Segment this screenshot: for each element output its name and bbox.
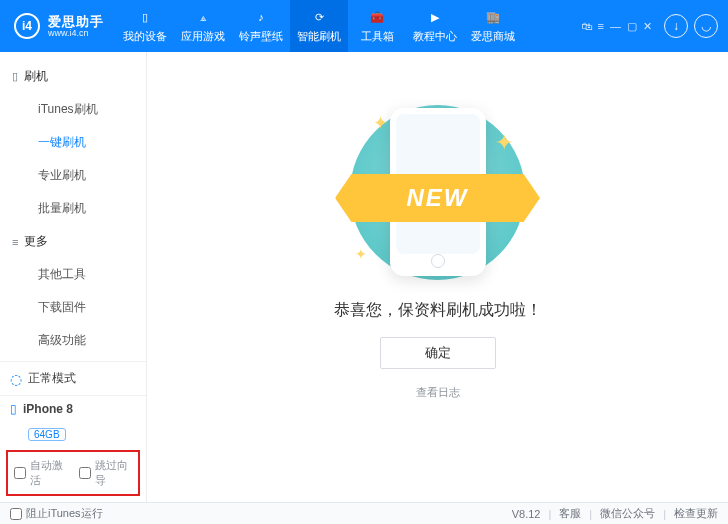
menu-icon[interactable]: ≡ — [598, 20, 604, 33]
nav-label: 工具箱 — [361, 29, 394, 44]
brand-block: i4 爱思助手 www.i4.cn — [0, 13, 116, 39]
sidebar-group-label: 更多 — [24, 233, 48, 250]
nav-item-1[interactable]: ⟁应用游戏 — [174, 0, 232, 52]
nav-label: 爱思商城 — [471, 29, 515, 44]
success-illustration: ✦ ✦ ✦ NEW — [343, 102, 533, 282]
sidebar-group-flash[interactable]: ▯ 刷机 — [0, 60, 146, 93]
nav-label: 智能刷机 — [297, 29, 341, 44]
close-icon[interactable]: ✕ — [643, 20, 652, 33]
success-title: 恭喜您，保资料刷机成功啦！ — [334, 300, 542, 321]
wechat-link[interactable]: 微信公众号 — [600, 506, 655, 521]
logo-icon: i4 — [14, 13, 40, 39]
nav-label: 我的设备 — [123, 29, 167, 44]
status-mode-row[interactable]: ◌ 正常模式 — [0, 361, 146, 395]
ok-button[interactable]: 确定 — [380, 337, 496, 369]
nav-icon-4: 🧰 — [368, 8, 386, 26]
sidebar-item[interactable]: 一键刷机 — [0, 126, 146, 159]
skip-guide-checkbox[interactable]: 跳过向导 — [79, 458, 132, 488]
status-dot-icon: ◌ — [10, 371, 22, 387]
maximize-icon[interactable]: ▢ — [627, 20, 637, 33]
nav-item-4[interactable]: 🧰工具箱 — [348, 0, 406, 52]
support-link[interactable]: 客服 — [559, 506, 581, 521]
storage-badge: 64GB — [28, 428, 66, 441]
view-log-link[interactable]: 查看日志 — [416, 385, 460, 400]
device-name: iPhone 8 — [23, 402, 73, 416]
nav-item-2[interactable]: ♪铃声壁纸 — [232, 0, 290, 52]
nav-item-3[interactable]: ⟳智能刷机 — [290, 0, 348, 52]
nav-icon-6: 🏬 — [484, 8, 502, 26]
sidebar-item[interactable]: 其他工具 — [0, 258, 146, 291]
device-icon: ▯ — [10, 402, 17, 416]
nav-icon-5: ▶ — [426, 8, 444, 26]
brand-name: 爱思助手 — [48, 15, 104, 28]
phone-icon: ▯ — [12, 70, 18, 83]
block-itunes-checkbox[interactable]: 阻止iTunes运行 — [10, 506, 103, 521]
nav-label: 铃声壁纸 — [239, 29, 283, 44]
bottom-options-box: 自动激活 跳过向导 — [6, 450, 140, 496]
auto-activate-checkbox[interactable]: 自动激活 — [14, 458, 67, 488]
nav-icon-2: ♪ — [252, 8, 270, 26]
version-label: V8.12 — [512, 508, 541, 520]
nav-label: 教程中心 — [413, 29, 457, 44]
user-circle-icon[interactable]: ◡ — [694, 14, 718, 38]
sidebar-item[interactable]: iTunes刷机 — [0, 93, 146, 126]
nav-item-0[interactable]: ▯我的设备 — [116, 0, 174, 52]
nav-icon-0: ▯ — [136, 8, 154, 26]
sidebar-item[interactable]: 批量刷机 — [0, 192, 146, 225]
menu-lines-icon: ≡ — [12, 236, 18, 248]
nav-icon-3: ⟳ — [310, 8, 328, 26]
sidebar-group-label: 刷机 — [24, 68, 48, 85]
nav-item-5[interactable]: ▶教程中心 — [406, 0, 464, 52]
nav-label: 应用游戏 — [181, 29, 225, 44]
nav-icon-1: ⟁ — [194, 8, 212, 26]
shopcart-icon[interactable]: 🛍 — [581, 20, 592, 33]
sidebar-item[interactable]: 高级功能 — [0, 324, 146, 357]
sidebar-group-more[interactable]: ≡ 更多 — [0, 225, 146, 258]
check-update-link[interactable]: 检查更新 — [674, 506, 718, 521]
nav-item-6[interactable]: 🏬爱思商城 — [464, 0, 522, 52]
status-mode-label: 正常模式 — [28, 370, 76, 387]
sidebar-item[interactable]: 下载固件 — [0, 291, 146, 324]
download-circle-icon[interactable]: ↓ — [664, 14, 688, 38]
new-ribbon: NEW — [335, 174, 540, 222]
sidebar-item[interactable]: 专业刷机 — [0, 159, 146, 192]
device-row[interactable]: ▯ iPhone 8 — [0, 395, 146, 424]
minimize-icon[interactable]: — — [610, 20, 621, 33]
brand-url: www.i4.cn — [48, 28, 104, 38]
